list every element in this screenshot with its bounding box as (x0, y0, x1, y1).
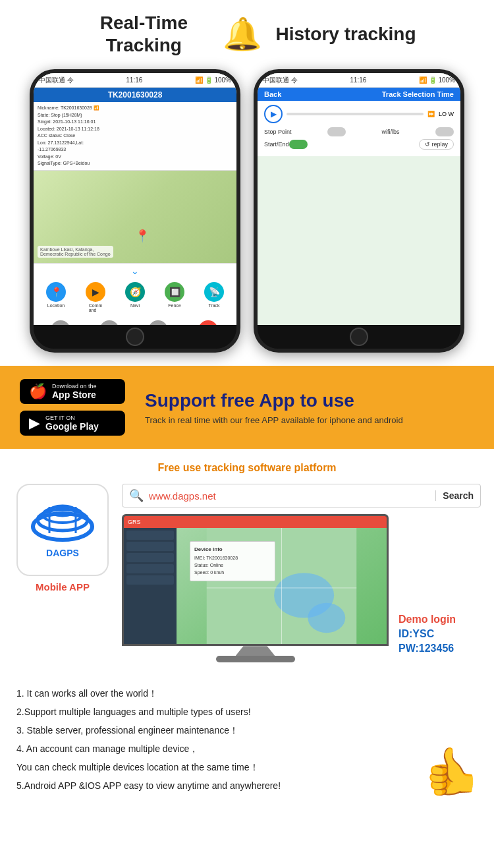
app-store-badge[interactable]: 🍎 Download on the App Store (20, 379, 125, 404)
features-section: 1. It can works all over the world！ 2.Su… (0, 674, 494, 805)
sidebar-item-2 (126, 542, 174, 551)
phone-left-screen: 中国联通 令 11:16 📶 🔋 100% TK2001630028 Nickn… (34, 73, 236, 325)
status-bar-left: 中国联通 令 11:16 📶 🔋 100% (34, 73, 236, 88)
stop-point-label: Stop Point (264, 129, 292, 135)
phone-right-header: Back Track Selection Time (258, 88, 460, 101)
platform-content: DAGPS Mobile APP 🔍 www.dagps.net Search … (13, 484, 481, 668)
carrier-right: 中国联通 令 (263, 76, 298, 85)
wifi-lbs-label: wifi/lbs (382, 129, 400, 135)
nav-btn-track[interactable]: 📡 Track (204, 282, 224, 312)
demo-login-box: Demo login ID:YSC PW:123456 (398, 614, 481, 654)
popup-title: Device Info (194, 546, 271, 554)
home-button-right[interactable] (350, 328, 368, 346)
tracker-id-text: TK2001630028 (108, 90, 163, 100)
location-icon: 📍 (46, 282, 66, 302)
monitor-main: Device Info IMEI: TK2001630028 Status: O… (177, 528, 387, 646)
svg-point-11 (308, 603, 345, 633)
detail-icon: ⚙ (51, 320, 70, 326)
search-bar: 🔍 www.dagps.net Search (122, 484, 481, 507)
history-tracking-label: History tracking (275, 24, 416, 45)
search-icon: 🔍 (129, 488, 144, 503)
store-badges: 🍎 Download on the App Store ▶ GET IT ON … (20, 379, 125, 436)
google-play-icon: ▶ (29, 415, 40, 432)
popup-line1: IMEI: TK2001630028 (194, 554, 271, 562)
map-area-left: 📍 Kambove Likasi, Katanga,Democratic Rep… (34, 171, 236, 263)
sidebar-item-1 (126, 531, 174, 540)
monitor-gps-header: GRS (124, 516, 387, 528)
playback-controls: ▶ ⏩ LO W Stop Point wifi/lbs Start/End ↺… (258, 101, 460, 156)
google-play-badge[interactable]: ▶ GET IT ON Google Play (20, 411, 125, 436)
search-button[interactable]: Search (435, 490, 474, 501)
back-button[interactable]: Back (264, 90, 281, 98)
bottom-nav-left: ⌄ 📍 Location ▶ Command 🧭 Navi (34, 263, 236, 326)
feature-line-6: 5.Android APP &IOS APP easy to view anyt… (16, 776, 478, 795)
start-end-label: Start/End (264, 141, 289, 148)
bottom-buttons-row2: ⚙ Detail 📊 Mil 🔒 Defence 🔓 unDefence (34, 316, 236, 326)
nav-btn-navi[interactable]: 🧭 Navi (125, 282, 145, 312)
map-info-panel: Nickname: TK2001630028 📶 State: Stop (15… (34, 102, 236, 171)
realtime-tracking-label: Real-TimeTracking (78, 12, 209, 56)
location-label: Location (47, 303, 65, 308)
info-line-8: Voltage: 0V (38, 154, 233, 161)
fence-label: Fence (168, 303, 180, 308)
platform-right: 🔍 www.dagps.net Search GRS (122, 484, 481, 668)
progress-bar[interactable] (287, 113, 424, 115)
popup-line2: Status: Online (194, 562, 271, 569)
dagps-text: DAGPS (46, 548, 79, 558)
mobile-app-label: Mobile APP (36, 581, 90, 593)
bell-icon: 🔔 (223, 16, 262, 53)
phone-right: 中国联通 令 11:16 📶 🔋 100% Back Track Selecti… (254, 69, 464, 353)
feature-line-3: 3. Stable server, professional engineer … (16, 721, 478, 739)
monitor-base (216, 656, 295, 662)
app-logo-box: DAGPS Mobile APP (13, 484, 112, 593)
info-line-1: Nickname: TK2001630028 📶 (38, 105, 233, 112)
nav-btn-defence[interactable]: 🔒 Defence (148, 320, 168, 326)
popup-line3: Speed: 0 km/h (194, 569, 271, 576)
app-store-name: App Store (52, 390, 97, 400)
home-button-left[interactable] (126, 328, 144, 346)
info-line-5: ACC status: Close (38, 132, 233, 140)
navi-icon: 🧭 (125, 282, 145, 302)
app-store-text: Download on the App Store (52, 383, 97, 400)
feature-line-2: 2.Support multiple languages and multipl… (16, 703, 478, 721)
nav-btn-mil[interactable]: 📊 Mil (99, 320, 119, 326)
monitor-popup: Device Info IMEI: TK2001630028 Status: O… (190, 541, 275, 581)
toggle-start-end[interactable] (289, 140, 308, 149)
monitor-stand (236, 646, 275, 656)
nav-btn-location[interactable]: 📍 Location (46, 282, 66, 312)
gps-label: GRS (128, 519, 141, 525)
features-text: 1. It can works all over the world！ 2.Su… (16, 684, 478, 795)
monitor-screen: GRS (122, 514, 389, 662)
feature-line-5: You can check multiple devices location … (16, 758, 478, 776)
apple-icon: 🍎 (29, 383, 47, 400)
track-icon: 📡 (204, 282, 224, 302)
undefence-icon: 🔓 (198, 320, 218, 326)
defence-icon: 🔒 (148, 320, 168, 326)
demo-col: Demo login ID:YSC PW:123456 (395, 514, 481, 668)
toggle-stop-point[interactable] (327, 127, 346, 136)
expand-icon: ⌄ (34, 266, 236, 276)
nav-btn-command[interactable]: ▶ Command (86, 282, 105, 312)
toggle-wifi-lbs[interactable] (435, 127, 454, 136)
location-text: Kambove Likasi, Katanga,Democratic Repub… (38, 246, 113, 258)
info-line-6: Lon: 27.13122944,Lat: (38, 140, 233, 147)
feature-line-1: 1. It can works all over the world！ (16, 684, 478, 703)
nav-btn-undefence[interactable]: 🔓 unDefence (197, 320, 219, 326)
battery-left: 📶 🔋 100% (195, 76, 231, 84)
phone-right-screen: 中国联通 令 11:16 📶 🔋 100% Back Track Selecti… (258, 73, 460, 325)
nav-btn-detail[interactable]: ⚙ Detail (51, 320, 70, 326)
tracker-id: TK2001630028 (34, 88, 236, 102)
phone-left: 中国联通 令 11:16 📶 🔋 100% TK2001630028 Nickn… (30, 69, 240, 353)
play-button[interactable]: ▶ (264, 105, 283, 123)
nav-btn-fence[interactable]: 🔲 Fence (165, 282, 184, 312)
time-right: 11:16 (350, 76, 366, 84)
monitor-body: Device Info IMEI: TK2001630028 Status: O… (124, 528, 387, 646)
replay-button[interactable]: ↺ replay (419, 139, 454, 150)
tracking-header: Real-TimeTracking 🔔 History tracking (0, 0, 494, 63)
speed-icon: ⏩ (427, 111, 435, 117)
navi-label: Navi (130, 303, 140, 308)
demo-id: ID:YSC (398, 628, 481, 640)
time-left: 11:16 (126, 76, 142, 84)
sidebar-item-5 (126, 575, 174, 585)
nav-bar-left (34, 325, 236, 349)
